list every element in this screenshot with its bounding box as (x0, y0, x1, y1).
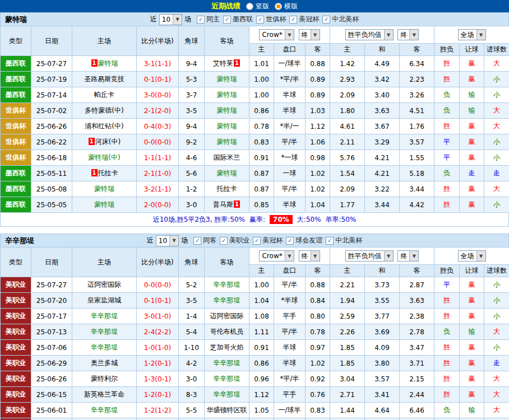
filter-checkbox[interactable]: ✓中北美杯 (326, 236, 362, 245)
away-team[interactable]: 普马斯1 (205, 197, 249, 213)
filter-checkbox[interactable]: ✓美冠杯 (253, 236, 283, 245)
radio-icon[interactable] (275, 3, 282, 10)
home-team[interactable]: 蒙特瑞 (72, 197, 137, 213)
result-overunder: 大 (484, 403, 509, 418)
away-team[interactable]: 华盛顿特区联 (205, 403, 249, 418)
match-count-select[interactable]: 10▼ (159, 14, 182, 25)
checkbox-icon[interactable]: ✓ (256, 16, 264, 24)
away-team[interactable]: 蒙特瑞 (205, 72, 249, 87)
filter-checkbox[interactable]: ✓同主 (197, 15, 220, 24)
home-team[interactable]: 1托拉卡 (72, 166, 137, 181)
team-label: 辛辛那堤 (91, 406, 118, 414)
away-team[interactable]: 辛辛那堤 (205, 293, 249, 309)
sections-container: 蒙特瑞 近 10▼ 场 ✓同主✓墨西联✓世俱杯✓美冠杯✓中北美杯 类型 日期 主… (0, 12, 509, 420)
ah-handicap: 平/半 (274, 134, 306, 150)
ah-handicap: *平/半 (274, 371, 306, 387)
result-handicap: 赢 (460, 181, 484, 197)
home-team[interactable]: 1河床(中) (72, 134, 137, 150)
away-team[interactable]: 迈阿密国际 (205, 309, 249, 324)
home-team[interactable]: 多特蒙德(中) (72, 103, 137, 119)
home-team[interactable]: 蒙特瑞(中) (72, 150, 137, 166)
away-team[interactable]: 蒙特瑞 (205, 134, 249, 150)
away-team[interactable]: 辛辛那堤 (205, 356, 249, 371)
away-team[interactable]: 辛辛那堤 (205, 387, 249, 403)
checkbox-icon[interactable]: ✓ (193, 237, 201, 245)
home-team[interactable]: 蒙特瑞 (72, 181, 137, 197)
home-team[interactable]: 辛辛那堤 (72, 418, 137, 420)
ah-handicap: *一球 (274, 150, 306, 166)
away-team[interactable]: 托拉卡 (205, 181, 249, 197)
avg-odds-select[interactable]: 胜平负均值▼ (345, 250, 394, 262)
home-team[interactable]: 辛辛那堤 (72, 340, 137, 356)
avg-odds-select[interactable]: 胜平负均值▼ (345, 29, 394, 40)
result-outcome: 胜 (434, 119, 460, 134)
select-value: Crow* (260, 251, 284, 261)
checkbox-icon[interactable]: ✓ (253, 237, 261, 245)
home-team[interactable]: 奥兰多城 (72, 356, 137, 371)
checkbox-icon[interactable]: ✓ (197, 16, 205, 24)
scope-select[interactable]: 全场▼ (458, 29, 486, 40)
filter-checkbox[interactable]: ✓同客 (193, 236, 216, 245)
away-team[interactable]: 芝加哥火焰 (205, 340, 249, 356)
away-team[interactable]: 蒙特瑞 (205, 166, 249, 181)
eu-odds-group: 胜平负均值▼ 终▼ (330, 248, 434, 265)
checkbox-icon[interactable]: ✓ (223, 16, 231, 24)
odds-stage-select[interactable]: 终▼ (299, 29, 320, 40)
away-team[interactable]: 辛辛那堤 (205, 371, 249, 387)
match-count-select[interactable]: 10▼ (156, 235, 179, 246)
layout-radio-horizontal[interactable]: 横版 (275, 2, 298, 11)
ah-home-odds: 0.85 (249, 197, 274, 213)
away-team[interactable]: 辛辛那堤 (205, 277, 249, 293)
eu-away-odds: 1.76 (400, 119, 434, 134)
match-score: 0-0(0-0) (137, 277, 179, 293)
avg-stage-select[interactable]: 终▼ (397, 250, 419, 262)
eu-away-odds: 3.71 (400, 356, 434, 371)
away-team[interactable]: 蒙特瑞 (205, 119, 249, 134)
filter-checkbox[interactable]: ✓墨西联 (223, 15, 253, 24)
filter-checkbox[interactable]: ✓球会友谊 (286, 236, 322, 245)
home-team[interactable]: 辛辛那堤 (72, 324, 137, 340)
layout-radio-vertical[interactable]: 竖版 (246, 2, 269, 11)
chevron-down-icon: ▼ (409, 251, 418, 261)
result-overunder: 小 (484, 87, 509, 103)
home-team[interactable]: 圣路易斯竞技 (72, 72, 137, 87)
away-team[interactable]: 达拉斯 (205, 418, 249, 420)
home-team[interactable]: 新英格兰革命 (72, 387, 137, 403)
checkbox-icon[interactable]: ✓ (289, 16, 297, 24)
home-team[interactable]: 浦和红钻(中) (72, 119, 137, 134)
avg-stage-select[interactable]: 终▼ (397, 29, 419, 40)
home-team[interactable]: 蒙特利尔 (72, 371, 137, 387)
odds-stage-select[interactable]: 终▼ (299, 250, 320, 262)
home-team[interactable]: 皇家盐湖城 (72, 293, 137, 309)
scope-select[interactable]: 全场▼ (458, 250, 486, 262)
home-team[interactable]: 帕丘卡 (72, 87, 137, 103)
topbar: 近期战绩 竖版 横版 (0, 0, 509, 12)
bookmaker-select[interactable]: Crow*▼ (259, 29, 294, 40)
matches-label: 场 (181, 236, 188, 245)
corner-count: 5-4 (179, 324, 205, 340)
filter-checkbox[interactable]: ✓美职业 (220, 236, 249, 245)
result-overunder: 大 (484, 371, 509, 387)
home-team[interactable]: 辛辛那堤 (72, 309, 137, 324)
away-team[interactable]: 国际米兰 (205, 150, 249, 166)
checkbox-icon[interactable]: ✓ (220, 237, 228, 245)
away-team[interactable]: 艾特莱1 (205, 56, 249, 72)
home-team[interactable]: 1蒙特瑞 (72, 56, 137, 72)
filter-checkbox[interactable]: ✓中北美杯 (322, 15, 359, 24)
bookmaker-select[interactable]: Crow*▼ (259, 250, 294, 262)
away-team[interactable]: 哥伦布机员 (205, 324, 249, 340)
away-team[interactable]: 蒙特瑞 (205, 103, 249, 119)
radio-label: 竖版 (256, 2, 269, 11)
league-type: 世俱杯 (1, 134, 31, 150)
checkbox-icon[interactable]: ✓ (326, 237, 334, 245)
home-team[interactable]: 迈阿密国际 (72, 277, 137, 293)
filter-checkbox[interactable]: ✓世俱杯 (256, 15, 286, 24)
eu-away-odds: 2.44 (400, 387, 434, 403)
filter-checkbox[interactable]: ✓美冠杯 (289, 15, 319, 24)
checkbox-icon[interactable]: ✓ (322, 16, 330, 24)
away-team[interactable]: 蒙特瑞 (205, 87, 249, 103)
match-row: 美职业 25-07-27 迈阿密国际 0-0(0-0) 5-2 辛辛那堤 1.0… (1, 277, 509, 293)
home-team[interactable]: 辛辛那堤 (72, 403, 137, 418)
radio-icon[interactable] (246, 3, 253, 10)
checkbox-icon[interactable]: ✓ (286, 237, 294, 245)
